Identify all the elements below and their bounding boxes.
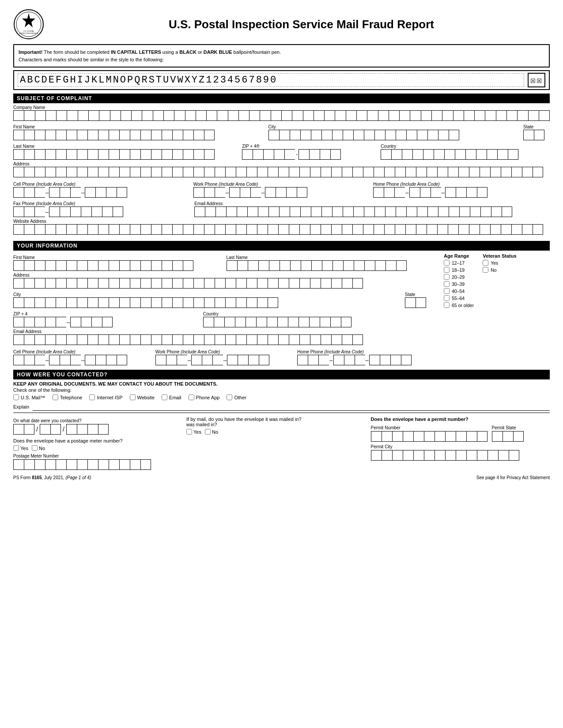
bottom-section: On what date were you contacted? / / Doe… <box>13 417 550 470</box>
section-divider <box>13 413 550 413</box>
subject-home-phone-label: Home Phone (Include Area Code) <box>373 182 550 187</box>
age-30-39-checkbox[interactable] <box>444 281 450 287</box>
page-header: U.S. POSTAL INSPECTION SERVICE U.S. Post… <box>13 9 550 40</box>
alphabet-sample: ABCDEFGHIJKLMNOPQRSTUVWXYZ1234567890 ☒☒ <box>13 70 550 90</box>
option-email-label: Email <box>169 395 181 400</box>
form-footer: PS Form 8165, July 2021, (Page 1 of 4) S… <box>13 475 550 480</box>
subject-fax-label: Fax Phone (Include Area Code) <box>13 201 191 206</box>
company-name-row <box>13 110 550 121</box>
age-18-19-checkbox[interactable] <box>444 267 450 273</box>
your-last-name-label: Last Name <box>227 255 436 260</box>
postage-meter-yes-checkbox[interactable] <box>13 445 19 451</box>
age-veteran-column: Age Range 12–17 18–19 20–29 30–39 40 <box>439 253 550 366</box>
subject-section-header: SUBJECT OF COMPLAINT <box>13 94 550 103</box>
option-other: Other <box>227 394 246 400</box>
subject-city-label: City <box>268 124 520 129</box>
contacted-bold-line: KEEP ANY ORIGINAL DOCUMENTS. WE MAY CONT… <box>13 381 550 387</box>
your-zip-label: ZIP + 4 <box>13 311 200 316</box>
veteran-title: Veteran Status <box>483 253 516 259</box>
svg-marker-2 <box>22 13 35 27</box>
envelope-yes-label: Yes <box>193 429 201 435</box>
subject-address-label: Address <box>13 161 550 166</box>
veteran-yes-checkbox[interactable] <box>483 260 488 266</box>
postage-meter-number-label: Postage Meter Number <box>13 454 181 458</box>
postage-meter-question: Does the envelope have a postage meter n… <box>13 438 181 443</box>
your-work-phone-label: Work Phone (Include Area Code) <box>155 349 294 354</box>
age-12-17-checkbox[interactable] <box>444 260 450 266</box>
alphabet-text: ABCDEFGHIJKLMNOPQRSTUVWXYZ1234567890 <box>18 73 524 87</box>
your-city-label: City <box>13 292 401 297</box>
contacted-section-header: HOW WERE YOU CONTACTED? <box>13 370 550 379</box>
age-30-39: 30–39 <box>444 281 474 287</box>
bottom-right-col: Does the envelope have a permit number? … <box>371 417 550 470</box>
subject-last-name-label: Last Name <box>13 144 238 149</box>
page-title: U.S. Postal Inspection Service Mail Frau… <box>53 18 550 31</box>
your-info-section: YOUR INFORMATION First Name Last Name <box>13 241 550 366</box>
svg-text:INSPECTION SERVICE: INSPECTION SERVICE <box>19 32 38 34</box>
usps-logo: U.S. POSTAL INSPECTION SERVICE <box>13 9 44 40</box>
zip-dash: - <box>295 151 299 158</box>
date-row: / / <box>13 424 181 435</box>
permit-state-group: Permit State <box>492 424 550 442</box>
envelope-yes-checkbox[interactable] <box>186 429 192 435</box>
permit-city-label: Permit City <box>371 444 550 449</box>
option-usmail-checkbox[interactable] <box>13 394 19 400</box>
option-internet-isp-checkbox[interactable] <box>89 394 95 400</box>
postage-meter-no-label: No <box>39 446 45 451</box>
veteran-yes: Yes <box>483 260 516 266</box>
envelope-question: If by mail, do you have the envelope it … <box>186 417 366 422</box>
your-info-header: YOUR INFORMATION <box>13 241 550 251</box>
date-contacted-label: On what date were you contacted? <box>13 418 181 423</box>
option-telephone-label: Telephone <box>60 395 83 400</box>
option-website-checkbox[interactable] <box>130 394 136 400</box>
envelope-no-checkbox[interactable] <box>205 429 211 435</box>
option-other-checkbox[interactable] <box>227 394 232 400</box>
option-website: Website <box>130 394 155 400</box>
age-range-group: Age Range 12–17 18–19 20–29 30–39 40 <box>444 253 474 309</box>
your-state-label: State <box>405 292 436 297</box>
postage-meter-yn-row: Yes No <box>13 445 181 451</box>
postage-meter-yes: Yes <box>13 445 28 451</box>
subject-zip-label: ZIP + 4® <box>242 144 377 149</box>
bottom-left-col: On what date were you contacted? / / Doe… <box>13 417 181 470</box>
option-email-checkbox[interactable] <box>162 394 167 400</box>
permit-number-group: Permit Number <box>371 424 487 442</box>
age-65-older-checkbox[interactable] <box>444 302 450 308</box>
subject-section: SUBJECT OF COMPLAINT Company Name First … <box>13 94 550 235</box>
subject-website-label: Website Address <box>13 219 550 224</box>
envelope-no: No <box>205 429 218 435</box>
your-country-label: Country <box>203 311 436 316</box>
age-20-29-checkbox[interactable] <box>444 274 450 280</box>
envelope-yes: Yes <box>186 429 201 435</box>
your-first-name-label: First Name <box>13 255 223 260</box>
option-phone-app-checkbox[interactable] <box>189 394 194 400</box>
option-internet-isp: Internet ISP <box>89 394 122 400</box>
company-name-label: Company Name <box>13 105 550 110</box>
option-telephone-checkbox[interactable] <box>53 394 58 400</box>
envelope-no-label: No <box>212 429 218 435</box>
explain-row: Explain <box>13 403 550 411</box>
age-55-64-checkbox[interactable] <box>444 295 450 301</box>
age-20-29: 20–29 <box>444 274 474 280</box>
age-range-title: Age Range <box>444 253 474 259</box>
explain-line[interactable] <box>33 403 550 411</box>
postage-meter-no: No <box>32 445 45 451</box>
age-40-54-checkbox[interactable] <box>444 288 450 294</box>
footer-right-text: See page 4 for Privacy Act Statement <box>476 475 550 480</box>
permit-state-label: Permit State <box>492 425 550 430</box>
your-home-phone-label: Home Phone (Include Area Code) <box>297 349 436 354</box>
option-phone-app: Phone App <box>189 394 220 400</box>
permit-question: Does the envelope have a permit number? <box>371 417 550 422</box>
option-telephone: Telephone <box>53 394 83 400</box>
age-65-older: 65 or older <box>444 302 474 308</box>
contacted-check-line: Check one of the following: <box>13 387 550 393</box>
postage-meter-no-checkbox[interactable] <box>32 445 38 451</box>
option-usmail-label: U.S. Mail™ <box>21 395 45 400</box>
subject-work-phone-label: Work Phone (Include Area Code) <box>193 182 370 187</box>
your-address-label: Address <box>13 273 436 278</box>
veteran-no-checkbox[interactable] <box>483 267 488 273</box>
your-cell-phone-label: Cell Phone (Include Area Code) <box>13 349 152 354</box>
check-mark-example: ☒☒ <box>528 73 545 87</box>
company-name-cell[interactable] <box>13 110 24 121</box>
option-website-label: Website <box>137 395 155 400</box>
